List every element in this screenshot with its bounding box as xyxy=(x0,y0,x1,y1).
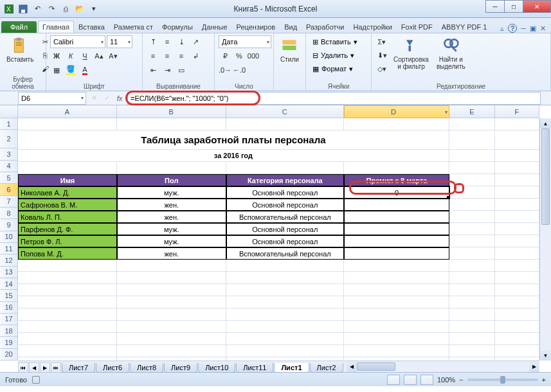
sheet-tab[interactable]: Лист9 xyxy=(164,363,197,373)
number-format-select[interactable]: Дата xyxy=(219,35,271,48)
select-all-corner[interactable] xyxy=(0,105,18,118)
tab-данные[interactable]: Данные xyxy=(197,21,232,33)
macro-record-icon[interactable] xyxy=(32,376,40,384)
align-right-icon[interactable]: ≡ xyxy=(175,49,188,62)
view-layout-icon[interactable] xyxy=(404,375,417,385)
tab-формулы[interactable]: Формулы xyxy=(158,21,197,33)
find-select-button[interactable]: Найти и выделить xyxy=(434,35,468,71)
font-size-select[interactable]: 11 xyxy=(107,35,132,48)
sheet-tab[interactable]: Лист7 xyxy=(62,363,95,373)
sheet-tab[interactable]: Лист2 xyxy=(310,363,343,373)
row-header-19[interactable]: 19 xyxy=(0,337,18,348)
row-header-5[interactable]: 5 xyxy=(0,172,18,184)
align-top-icon[interactable]: ⤒ xyxy=(147,35,159,48)
col-header-A[interactable]: A xyxy=(18,105,117,118)
row-header-12[interactable]: 12 xyxy=(0,254,18,266)
fx-icon[interactable]: fx xyxy=(113,92,126,105)
font-color-icon[interactable]: A xyxy=(78,64,91,76)
tab-вставка[interactable]: Вставка xyxy=(74,21,109,33)
styles-button[interactable]: Стили xyxy=(278,35,302,64)
fill-handle[interactable] xyxy=(447,196,449,199)
bold-button[interactable]: Ж xyxy=(50,49,63,62)
thousands-icon[interactable]: 000 xyxy=(247,49,260,62)
maximize-button[interactable]: □ xyxy=(504,0,523,13)
indent-dec-icon[interactable]: ⇤ xyxy=(147,64,159,76)
col-header-D[interactable]: D xyxy=(344,105,449,118)
format-cells-button[interactable]: ▦ Формат ▾ xyxy=(310,62,360,75)
row-header-17[interactable]: 17 xyxy=(0,314,18,325)
minimize-button[interactable]: ─ xyxy=(485,0,505,13)
hscroll-thumb[interactable] xyxy=(357,362,395,371)
row-header-9[interactable]: 9 xyxy=(0,219,18,231)
row-header-11[interactable]: 11 xyxy=(0,243,18,254)
underline-button[interactable]: Ч xyxy=(78,49,91,62)
row-header-16[interactable]: 16 xyxy=(0,302,18,314)
currency-icon[interactable]: ₽ xyxy=(219,49,231,62)
zoom-slider[interactable] xyxy=(467,379,538,381)
row-header-15[interactable]: 15 xyxy=(0,290,18,301)
redo-icon[interactable]: ↷ xyxy=(45,3,58,15)
wrap-text-icon[interactable]: ↲ xyxy=(189,49,202,62)
open-icon[interactable]: 📂 xyxy=(73,3,86,15)
insert-cells-button[interactable]: ⊞ Вставить ▾ xyxy=(310,35,360,48)
tab-first-icon[interactable]: ⏮ xyxy=(18,362,28,373)
tab-надстройки[interactable]: Надстройки xyxy=(348,21,396,33)
align-bottom-icon[interactable]: ⤓ xyxy=(175,35,188,48)
grow-font-icon[interactable]: A▴ xyxy=(93,49,105,62)
sort-filter-button[interactable]: Сортировка и фильтр xyxy=(391,35,431,71)
merge-icon[interactable]: ▭ xyxy=(175,64,188,76)
workbook-close-icon[interactable]: ✕ xyxy=(540,24,546,33)
align-middle-icon[interactable]: ≡ xyxy=(161,35,174,48)
row-header-3[interactable]: 3 xyxy=(0,148,18,160)
name-box[interactable]: D6 xyxy=(18,92,86,105)
vscroll-thumb[interactable] xyxy=(541,129,550,225)
scroll-up-icon[interactable]: ▲ xyxy=(540,118,551,129)
delete-cells-button[interactable]: ⊟ Удалить ▾ xyxy=(310,49,360,62)
scroll-left-icon[interactable]: ◀ xyxy=(347,361,357,372)
workbook-restore-icon[interactable]: ▣ xyxy=(530,24,536,33)
tab-prev-icon[interactable]: ◀ xyxy=(29,362,39,373)
zoom-out-icon[interactable]: − xyxy=(459,376,463,384)
clear-icon[interactable]: ◇▾ xyxy=(375,62,388,75)
undo-icon[interactable]: ↶ xyxy=(31,3,44,15)
help-icon[interactable]: ? xyxy=(508,24,517,33)
decrease-decimal-icon[interactable]: ←.0 xyxy=(233,64,246,76)
sheet-tab[interactable]: Лист1 xyxy=(274,363,309,373)
enter-formula-icon[interactable]: ✓ xyxy=(100,92,113,105)
vertical-scrollbar[interactable]: ▲ ▼ xyxy=(539,118,551,361)
indent-inc-icon[interactable]: ⇥ xyxy=(161,64,174,76)
row-header-8[interactable]: 8 xyxy=(0,208,18,219)
row-header-1[interactable]: 1 xyxy=(0,118,18,130)
col-header-E[interactable]: E xyxy=(449,105,495,118)
tab-foxit pdf[interactable]: Foxit PDF xyxy=(397,21,437,33)
zoom-slider-handle[interactable] xyxy=(500,376,505,384)
col-header-F[interactable]: F xyxy=(495,105,539,118)
fill-icon[interactable]: ⬇▾ xyxy=(375,49,388,62)
sheet-tab[interactable]: Лист10 xyxy=(198,363,235,373)
sheet-tab[interactable]: Лист6 xyxy=(96,363,129,373)
excel-icon[interactable]: X xyxy=(3,3,15,15)
tab-last-icon[interactable]: ⏭ xyxy=(51,362,61,373)
row-header-14[interactable]: 14 xyxy=(0,278,18,290)
view-break-icon[interactable] xyxy=(420,375,433,385)
row-header-6[interactable]: 6 xyxy=(0,184,18,195)
col-header-B[interactable]: B xyxy=(117,105,226,118)
autosum-icon[interactable]: Σ▾ xyxy=(375,35,388,48)
align-left-icon[interactable]: ≡ xyxy=(147,49,159,62)
file-tab[interactable]: Файл xyxy=(1,21,37,33)
save-icon[interactable] xyxy=(17,3,30,15)
tab-разметка ст[interactable]: Разметка ст xyxy=(109,21,158,33)
sheet-tab[interactable]: Лист8 xyxy=(130,363,163,373)
italic-button[interactable]: К xyxy=(64,49,77,62)
row-header-10[interactable]: 10 xyxy=(0,231,18,243)
zoom-level[interactable]: 100% xyxy=(437,376,455,384)
close-button[interactable]: ✕ xyxy=(523,0,551,13)
row-header-4[interactable]: 4 xyxy=(0,161,18,172)
qa-dropdown-icon[interactable]: ▾ xyxy=(87,3,100,15)
ribbon-minimize-icon[interactable]: ▵ xyxy=(500,24,504,33)
border-icon[interactable]: ▦ xyxy=(50,64,63,76)
row-header-18[interactable]: 18 xyxy=(0,325,18,337)
percent-icon[interactable]: % xyxy=(233,49,246,62)
increase-decimal-icon[interactable]: .0→ xyxy=(219,64,231,76)
workbook-min-icon[interactable]: ─ xyxy=(521,24,526,32)
